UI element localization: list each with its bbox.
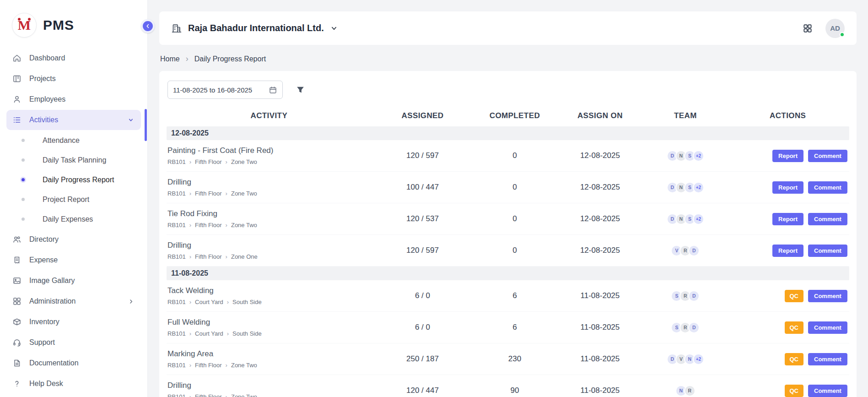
activity-title[interactable]: Tie Rod Fixing (167, 209, 372, 218)
sidebar-item-inventory[interactable]: Inventory (6, 312, 141, 332)
sidebar-item-activities[interactable]: Activities (6, 110, 141, 130)
table-row: Marking Area RB101Fifth FloorZone Two 25… (167, 343, 849, 375)
date-range-input[interactable] (173, 86, 265, 94)
team-avatar[interactable]: R (684, 385, 695, 397)
main-content: Raja Bahadur International Ltd. AD Home … (148, 0, 868, 397)
sidebar-subitem-attendance[interactable]: Attendance (0, 131, 147, 150)
table-header: ACTIVITY ASSIGNED COMPLETED ASSIGN ON TE… (167, 105, 849, 126)
team-avatar[interactable]: D (688, 322, 700, 333)
directory-icon (12, 235, 22, 244)
qc-button[interactable]: QC (785, 385, 804, 397)
comment-button[interactable]: Comment (808, 213, 847, 225)
online-status-dot (840, 32, 845, 37)
report-button[interactable]: Report (772, 181, 803, 194)
sidebar-item-projects[interactable]: Projects (6, 69, 141, 89)
completed-value: 6 (474, 291, 555, 300)
completed-value: 0 (474, 214, 555, 223)
home-icon (12, 54, 22, 63)
chevron-right-icon (128, 298, 135, 305)
qc-button[interactable]: QC (785, 353, 804, 365)
comment-button[interactable]: Comment (808, 385, 847, 397)
comment-button[interactable]: Comment (808, 321, 847, 334)
breadcrumb-home[interactable]: Home (160, 55, 180, 63)
logo-letter: M (18, 17, 31, 33)
activity-title[interactable]: Drilling (167, 241, 372, 250)
expense-icon (12, 256, 22, 265)
sidebar-item-label: Help Desk (29, 380, 63, 388)
progress-table: ACTIVITY ASSIGNED COMPLETED ASSIGN ON TE… (167, 105, 849, 397)
report-button[interactable]: Report (772, 213, 803, 225)
team-avatar[interactable]: D (688, 245, 700, 256)
sidebar-item-documentation[interactable]: Documentation (6, 353, 141, 373)
sidebar-item-directory[interactable]: Directory (6, 229, 141, 250)
bullet-icon (22, 139, 25, 142)
team-more-badge[interactable]: +2 (693, 150, 704, 162)
filter-row (167, 81, 849, 99)
activity-path: RB101Fifth FloorZone Two (167, 362, 372, 369)
sidebar-item-help-desk[interactable]: Help Desk (6, 374, 141, 394)
sidebar-subitem-label: Daily Task Planning (43, 156, 106, 164)
report-button[interactable]: Report (772, 150, 803, 162)
table-row: Tie Rod Fixing RB101Fifth FloorZone Two … (167, 203, 849, 235)
user-avatar[interactable]: AD (825, 19, 845, 38)
team-more-badge[interactable]: +2 (693, 213, 704, 225)
bullet-icon (22, 198, 25, 201)
comment-button[interactable]: Comment (808, 353, 847, 365)
activity-title[interactable]: Drilling (167, 178, 372, 187)
bullet-icon (22, 218, 25, 221)
sidebar-item-administration[interactable]: Administration (6, 291, 141, 311)
team-avatar[interactable]: D (688, 290, 700, 302)
activities-icon (12, 115, 22, 125)
assign-on-date: 12-08-2025 (555, 214, 644, 223)
comment-button[interactable]: Comment (808, 290, 847, 302)
filter-icon[interactable] (296, 85, 305, 95)
group-row-date: 12-08-2025 (167, 126, 849, 140)
assigned-value: 6 / 0 (372, 291, 474, 300)
activity-title[interactable]: Full Welding (167, 318, 372, 327)
sidebar-scrollbar[interactable] (145, 109, 147, 141)
activity-title[interactable]: Marking Area (167, 349, 372, 359)
sidebar-collapse-button[interactable] (141, 19, 155, 33)
building-icon (171, 23, 182, 34)
avatar-initials: AD (830, 24, 840, 32)
column-header-team: TEAM (644, 111, 726, 120)
sidebar-subitem-daily-task-planning[interactable]: Daily Task Planning (0, 150, 147, 170)
comment-button[interactable]: Comment (808, 181, 847, 194)
date-range-picker[interactable] (167, 81, 283, 99)
apps-grid-icon[interactable] (803, 23, 813, 33)
assign-on-date: 11-08-2025 (555, 291, 644, 300)
sidebar-subitem-daily-progress-report[interactable]: Daily Progress Report (0, 170, 147, 190)
chevron-down-icon (330, 24, 338, 33)
activity-path: RB101Court YardSouth Side (167, 299, 372, 305)
assign-on-date: 12-08-2025 (555, 151, 644, 160)
sidebar-item-image-gallery[interactable]: Image Gallary (6, 271, 141, 291)
comment-button[interactable]: Comment (808, 245, 847, 257)
support-icon (12, 338, 22, 347)
sidebar-item-employees[interactable]: Employees (6, 89, 141, 109)
team-more-badge[interactable]: +2 (693, 353, 704, 365)
sidebar-subitem-project-report[interactable]: Project Report (0, 190, 147, 209)
activity-title[interactable]: Drilling (167, 381, 372, 390)
sidebar-item-expense[interactable]: Expense (6, 250, 141, 270)
app-logo: M PMS (0, 0, 147, 47)
inventory-icon (12, 317, 22, 326)
qc-button[interactable]: QC (785, 290, 804, 302)
bullet-icon (22, 178, 25, 181)
sidebar-subitem-daily-expenses[interactable]: Daily Expenses (0, 209, 147, 229)
activity-title[interactable]: Tack Welding (167, 286, 372, 295)
app-title: PMS (43, 17, 74, 33)
completed-value: 230 (474, 354, 555, 364)
qc-button[interactable]: QC (785, 321, 804, 334)
company-selector[interactable]: Raja Bahadur International Ltd. (171, 23, 338, 34)
team-more-badge[interactable]: +2 (693, 182, 704, 193)
sidebar-item-dashboard[interactable]: Dashboard (6, 48, 141, 68)
assigned-value: 120 / 597 (372, 151, 474, 160)
sidebar-item-label: Employees (29, 95, 65, 103)
activity-title[interactable]: Painting - First Coat (Fire Red) (167, 146, 372, 155)
comment-button[interactable]: Comment (808, 150, 847, 162)
activity-path: RB101Fifth FloorZone Two (167, 393, 372, 397)
report-button[interactable]: Report (772, 245, 803, 257)
sidebar-item-label: Dashboard (29, 54, 65, 62)
sidebar-item-label: Expense (29, 256, 58, 264)
sidebar-item-support[interactable]: Support (6, 332, 141, 353)
